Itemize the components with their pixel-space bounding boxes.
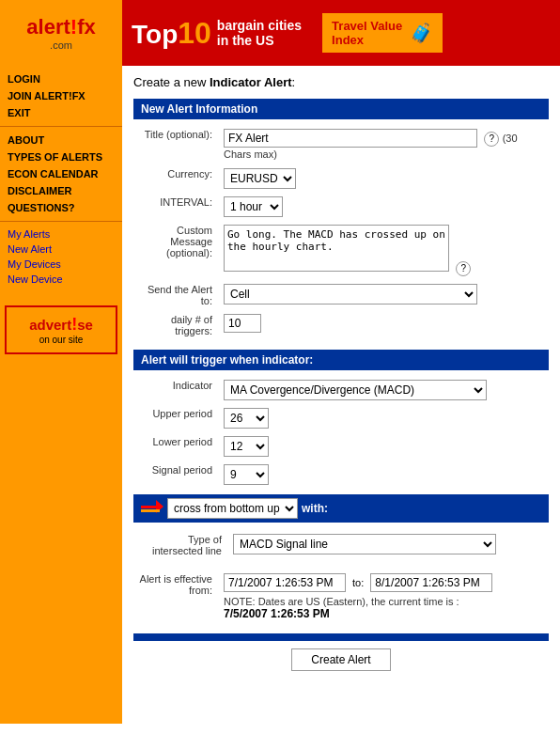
cross-row: cross from bottom up cross from top down… xyxy=(133,494,549,523)
top10-label: Top10 xyxy=(132,16,211,51)
banner-sub2: in the US xyxy=(217,33,302,48)
effective-label: Alert is effective from: xyxy=(133,570,218,624)
logo-area: alert!fx .com xyxy=(0,0,122,66)
intersect-form: Type of intersected line MACD Signal lin… xyxy=(133,530,549,560)
sidebar-divider-2 xyxy=(0,221,122,222)
intersect-label: Type of intersected line xyxy=(133,530,227,560)
indicator-select[interactable]: MA Covergence/Divergence (MACD) RSI Stoc… xyxy=(224,380,487,400)
title-input[interactable] xyxy=(224,129,477,148)
sidebar-item-my-alerts[interactable]: My Alerts xyxy=(0,226,122,242)
sidebar-divider-1 xyxy=(0,126,122,127)
sidebar-item-login[interactable]: LOGIN xyxy=(0,70,122,87)
interval-select[interactable]: 1 hour 15 min 4 hour daily xyxy=(224,196,283,217)
current-time: 7/5/2007 1:26:53 PM xyxy=(224,607,543,620)
upper-period-label: Upper period xyxy=(133,404,218,432)
custom-message-input[interactable]: Go long. The MACD has crossed up on the … xyxy=(224,225,449,272)
trigger-header: Alert will trigger when indicator: xyxy=(133,350,549,370)
daily-triggers-input[interactable] xyxy=(224,314,261,333)
banner-sub1: bargain cities xyxy=(217,18,302,33)
to-label: to: xyxy=(352,577,364,588)
cross-direction-select[interactable]: cross from bottom up cross from top down xyxy=(167,498,298,519)
ad-sub: on our site xyxy=(10,335,112,345)
svg-rect-2 xyxy=(141,509,160,512)
effective-note: NOTE: Dates are US (Eastern), the curren… xyxy=(224,596,543,607)
ad-box[interactable]: advert!se on our site xyxy=(0,305,122,354)
travel-line2: Index xyxy=(332,33,402,47)
effective-to-input[interactable] xyxy=(370,573,492,592)
currency-label: Currency: xyxy=(133,164,218,193)
send-to-select[interactable]: Cell Email Both xyxy=(224,284,477,305)
indicator-label: Indicator xyxy=(133,376,218,404)
travel-box: Travel Value Index 🧳 xyxy=(320,11,444,55)
travel-line1: Travel Value xyxy=(332,19,402,33)
cross-suffix: with: xyxy=(302,502,328,515)
suitcase-icon: 🧳 xyxy=(410,22,433,44)
sidebar-item-exit[interactable]: EXIT xyxy=(0,104,122,121)
sidebar-item-new-device[interactable]: New Device xyxy=(0,272,122,287)
lower-period-label: Lower period xyxy=(133,432,218,461)
header-banner: Top10 bargain cities in the US Travel Va… xyxy=(122,0,560,66)
custom-msg-label: Custom Message (optional): xyxy=(133,221,218,280)
currency-select[interactable]: EURUSD GBPUSD USDJPY xyxy=(224,168,296,189)
sidebar-item-questions[interactable]: QUESTIONS? xyxy=(0,199,122,216)
content-area: Create a new Indicator Alert: New Alert … xyxy=(122,66,560,724)
title-label: Title (optional): xyxy=(133,125,218,164)
sidebar-item-new-alert[interactable]: New Alert xyxy=(0,242,122,257)
sidebar-item-join[interactable]: JOIN ALERT!FX xyxy=(0,87,122,104)
title-help-icon[interactable]: ? xyxy=(484,132,499,147)
trigger-form: Indicator MA Covergence/Divergence (MACD… xyxy=(133,376,549,489)
logo-text: alert!fx xyxy=(26,15,95,39)
sidebar: LOGIN JOIN ALERT!FX EXIT ABOUT TYPES OF … xyxy=(0,66,122,724)
cross-arrow-icon xyxy=(141,500,163,517)
intersect-select[interactable]: MACD Signal line Zero line xyxy=(233,534,496,554)
ad-text: advert!se xyxy=(10,315,112,335)
create-button-container: Create Alert xyxy=(133,648,549,671)
custom-msg-help-icon[interactable]: ? xyxy=(456,261,471,276)
effective-form: Alert is effective from: to: NOTE: Dates… xyxy=(133,570,549,624)
sidebar-item-my-devices[interactable]: My Devices xyxy=(0,257,122,272)
daily-triggers-label: daily # of triggers: xyxy=(133,310,218,340)
new-alert-form: Title (optional): ? (30 Chars max) Curre… xyxy=(133,125,549,340)
lower-period-select[interactable]: 12 9 26 xyxy=(224,436,269,457)
page-title: Create a new Indicator Alert: xyxy=(133,75,549,89)
effective-from-input[interactable] xyxy=(224,573,346,592)
logo-dot: .com xyxy=(50,39,72,51)
interval-label: INTERVAL: xyxy=(133,193,218,221)
sidebar-item-types[interactable]: TYPES OF ALERTS xyxy=(0,148,122,165)
upper-period-select[interactable]: 26 12 9 xyxy=(224,408,269,429)
create-alert-button[interactable]: Create Alert xyxy=(291,648,390,671)
sidebar-item-disclaimer[interactable]: DISCLAIMER xyxy=(0,182,122,199)
signal-period-label: Signal period xyxy=(133,461,218,489)
signal-period-select[interactable]: 9 12 26 xyxy=(224,464,269,485)
new-alert-header: New Alert Information xyxy=(133,99,549,119)
bottom-bar xyxy=(133,633,549,641)
send-to-label: Send the Alert to: xyxy=(133,280,218,310)
sidebar-item-econ[interactable]: ECON CALENDAR xyxy=(0,165,122,182)
sidebar-item-about[interactable]: ABOUT xyxy=(0,132,122,148)
